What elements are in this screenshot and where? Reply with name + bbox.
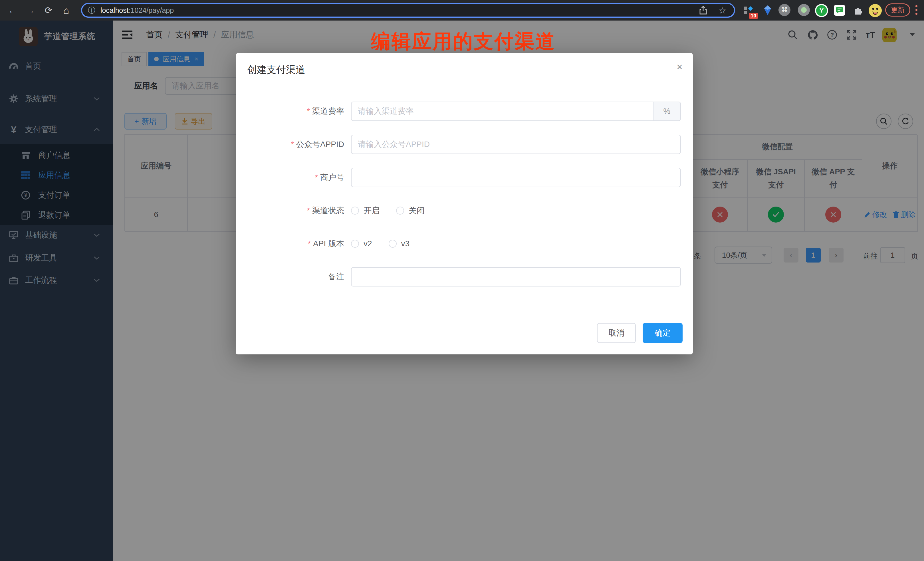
- label-text: API 版本: [313, 238, 344, 249]
- extension-balloon-icon[interactable]: [761, 4, 774, 16]
- dialog-close-icon[interactable]: ×: [676, 61, 682, 73]
- browser-back-icon[interactable]: ←: [6, 0, 20, 21]
- rate-input[interactable]: [352, 102, 653, 120]
- status-on-radio[interactable]: [351, 207, 359, 214]
- remark-label: 备注: [236, 267, 344, 286]
- extension-grid-icon[interactable]: 10: [742, 4, 754, 16]
- api-v3-label[interactable]: v3: [401, 239, 410, 248]
- create-pay-channel-dialog: 创建支付渠道 × * 渠道费率 % * 公众号APPID * 商户号 * 渠道状…: [236, 53, 693, 354]
- api-v3-radio[interactable]: [388, 240, 397, 248]
- label-text: 公众号APPID: [296, 139, 344, 150]
- browser-home-icon[interactable]: ⌂: [59, 0, 73, 21]
- api-v2-radio[interactable]: [351, 240, 359, 248]
- required-mark: *: [307, 206, 310, 215]
- api-version-label: * API 版本: [236, 234, 344, 254]
- extension-dot-icon[interactable]: [798, 4, 810, 16]
- extension-y-icon[interactable]: Y: [815, 4, 828, 17]
- status-off-label[interactable]: 关闭: [409, 205, 424, 216]
- cancel-button[interactable]: 取消: [597, 323, 636, 343]
- browser-chrome: ← → ⟳ ⌂ ⓘ localhost:1024/pay/app ☆ 10 ⌘ …: [0, 0, 924, 21]
- label-text: 备注: [328, 272, 344, 282]
- bookmark-star-icon[interactable]: ☆: [718, 0, 726, 21]
- rate-label: * 渠道费率: [236, 102, 344, 121]
- dialog-title: 创建支付渠道: [247, 63, 305, 76]
- extension-emoji-icon[interactable]: [868, 4, 882, 17]
- address-bar[interactable]: ⓘ localhost:1024/pay/app: [81, 3, 735, 18]
- screen: 芋道管理系统 首页 系统管理 ¥ 支付管理: [0, 0, 924, 561]
- extension-badge: 10: [749, 13, 758, 19]
- site-info-icon[interactable]: ⓘ: [88, 5, 95, 15]
- status-off-radio[interactable]: [396, 207, 404, 214]
- annotation-text: 编辑应用的支付渠道: [371, 28, 556, 54]
- url-path: :1024/pay/app: [129, 6, 174, 15]
- appid-label: * 公众号APPID: [236, 135, 344, 154]
- extension-dot-inner: [801, 7, 807, 13]
- share-icon[interactable]: [699, 0, 707, 21]
- rate-suffix: %: [653, 102, 680, 120]
- appid-input[interactable]: [351, 135, 681, 154]
- browser-menu-icon[interactable]: [915, 5, 918, 17]
- label-text: 商户号: [320, 172, 344, 183]
- required-mark: *: [315, 173, 318, 182]
- extension-chat-icon[interactable]: [833, 4, 846, 16]
- required-mark: *: [291, 140, 294, 149]
- merchant-label: * 商户号: [236, 168, 344, 187]
- browser-forward-icon[interactable]: →: [23, 0, 37, 21]
- url-host: localhost: [100, 6, 129, 15]
- rate-input-group: %: [351, 102, 681, 121]
- status-label: * 渠道状态: [236, 201, 344, 220]
- merchant-input[interactable]: [351, 168, 681, 187]
- status-radio-group: 开启 关闭: [351, 201, 424, 220]
- required-mark: *: [308, 239, 311, 248]
- confirm-button[interactable]: 确定: [643, 323, 682, 343]
- status-on-label[interactable]: 开启: [363, 205, 380, 216]
- label-text: 渠道状态: [312, 205, 344, 216]
- required-mark: *: [307, 107, 310, 116]
- extension-y-letter: Y: [816, 5, 827, 16]
- label-text: 渠道费率: [312, 106, 344, 117]
- extension-puzzle-icon[interactable]: [852, 4, 865, 16]
- browser-update-button[interactable]: 更新: [885, 3, 910, 16]
- remark-input[interactable]: [351, 267, 681, 286]
- extension-cmd-icon[interactable]: ⌘: [778, 4, 790, 16]
- api-v2-label[interactable]: v2: [363, 239, 372, 248]
- browser-reload-icon[interactable]: ⟳: [42, 0, 56, 21]
- api-version-radio-group: v2 v3: [351, 234, 410, 254]
